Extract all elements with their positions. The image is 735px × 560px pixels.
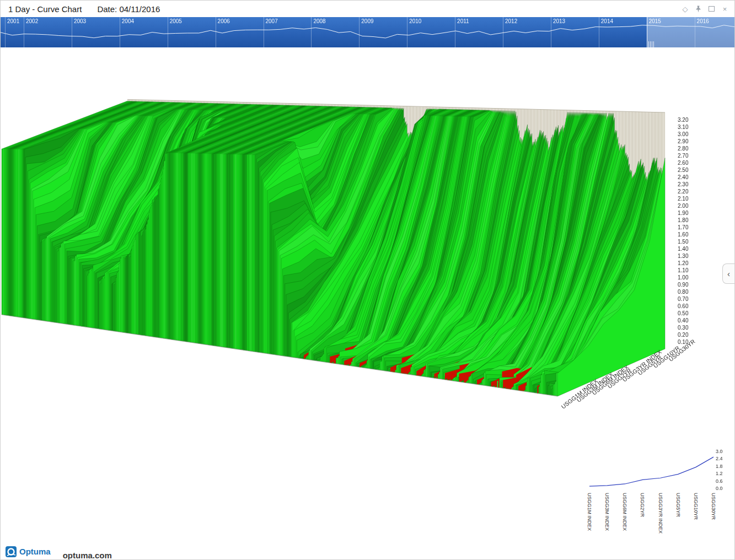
- chart-date-label: Date: 04/11/2016: [97, 4, 160, 14]
- window-title: 1 Day - Curve Chart: [8, 4, 82, 14]
- timeline-year-tick: [72, 17, 72, 47]
- z-axis-tick-label: 1.60: [678, 231, 688, 238]
- mini-y-tick-label: 0.6: [716, 478, 723, 484]
- z-axis-tick-label: 1.70: [678, 224, 688, 230]
- z-axis-tick-label: 1.90: [678, 210, 688, 216]
- z-axis-tick-label: 2.60: [678, 160, 688, 166]
- z-axis-tick-label: 1.80: [678, 217, 688, 223]
- z-axis-tick-label: 2.40: [678, 174, 688, 180]
- z-axis-tick-label: 2.00: [678, 203, 688, 209]
- timeline-year-label: 2011: [457, 18, 469, 24]
- timeline-year-label: 2005: [170, 18, 182, 24]
- timeline-year-label: 2013: [553, 18, 565, 24]
- mini-tenor-label: USGG1M INDEX: [587, 493, 592, 531]
- timeline-year-tick: [216, 17, 216, 47]
- optuma-branding: Optuma optuma.com: [5, 545, 112, 560]
- timeline-year-tick: [264, 17, 264, 47]
- timeline-year-label: 2015: [649, 18, 661, 24]
- diamond-icon[interactable]: ◇: [681, 5, 689, 13]
- mini-y-tick-label: 3.0: [716, 449, 723, 454]
- mini-tenor-label: USGG6M INDEX: [622, 493, 627, 531]
- timeline-year-label: 2001: [7, 18, 19, 24]
- z-axis-tick-label: 0.90: [678, 282, 688, 288]
- titlebar: 1 Day - Curve Chart Date: 04/11/2016 ◇×: [1, 1, 734, 17]
- z-axis-tick-label: 2.20: [678, 189, 688, 195]
- chevron-left-icon: ‹: [727, 269, 730, 278]
- z-axis-tick-label: 0.60: [678, 303, 688, 309]
- z-axis-tick-label: 0.70: [678, 296, 688, 302]
- timeline-year-label: 2002: [26, 18, 38, 24]
- window-controls: ◇×: [681, 1, 729, 17]
- mini-tenor-label: USGG5YR: [675, 493, 681, 517]
- z-axis-tick-label: 2.10: [678, 196, 688, 202]
- z-axis-tick-label: 1.40: [678, 246, 688, 252]
- z-axis-tick-label: 0.50: [678, 310, 688, 316]
- mini-tenor-label: USGG3M INDEX: [604, 493, 610, 531]
- timeline-year-tick: [168, 17, 168, 47]
- timeline-year-tick: [599, 17, 599, 47]
- timeline-year-tick: [120, 17, 120, 47]
- timeline-selection-handle[interactable]: [648, 41, 654, 47]
- timeline-year-tick: [24, 17, 24, 47]
- z-axis-tick-label: 1.30: [678, 253, 688, 259]
- timeline-year-label: 2003: [74, 18, 86, 24]
- optuma-logo-icon: [5, 545, 17, 558]
- timeline-year-label: 2014: [601, 18, 613, 24]
- mini-y-tick-label: 1.2: [716, 471, 723, 476]
- z-axis-tick-label: 0.30: [678, 325, 688, 331]
- z-axis-tick-label: 0.20: [678, 332, 688, 338]
- timeline-year-label: 2016: [697, 18, 709, 24]
- z-axis-tick-label: 2.30: [678, 181, 688, 187]
- z-axis-tick-label: 1.20: [678, 260, 688, 266]
- timeline-year-tick: [5, 17, 6, 47]
- optuma-logo-text: Optuma: [19, 547, 51, 556]
- mini-y-tick-label: 2.4: [716, 456, 723, 461]
- z-axis-tick-label: 1.50: [678, 239, 688, 245]
- z-axis-tick-label: 3.20: [678, 117, 688, 123]
- timeline-strip[interactable]: 2001200220032004200520062007200820092010…: [1, 17, 735, 47]
- timeline-year-label: 2009: [361, 18, 373, 24]
- panel-collapse-button[interactable]: ‹: [722, 263, 734, 284]
- mini-tenor-label: USGG3YR INDEX: [658, 493, 663, 534]
- optuma-url: optuma.com: [63, 551, 112, 560]
- curve-chart-window: 1 Day - Curve Chart Date: 04/11/2016 ◇× …: [0, 0, 735, 560]
- mini-tenor-label: USGG30YR: [711, 493, 716, 520]
- timeline-year-tick: [551, 17, 551, 47]
- timeline-year-tick: [359, 17, 360, 47]
- mini-tenor-label: USGG2YR: [640, 493, 645, 517]
- z-axis-tick-label: 2.70: [678, 153, 688, 159]
- timeline-year-label: 2007: [266, 18, 278, 24]
- timeline-year-tick: [311, 17, 312, 47]
- timeline-year-tick: [455, 17, 455, 47]
- timeline-year-tick: [503, 17, 503, 47]
- maximize-icon[interactable]: [707, 5, 716, 13]
- mini-y-tick-label: 0.0: [716, 486, 723, 491]
- mini-tenor-label: USGG10YR: [693, 493, 699, 520]
- z-axis-tick-label: 3.10: [678, 124, 688, 130]
- z-axis-tick-label: 2.80: [678, 146, 688, 152]
- z-axis-tick-label: 0.80: [678, 289, 688, 295]
- close-icon[interactable]: ×: [721, 5, 729, 13]
- mini-curve-canvas: [582, 446, 720, 490]
- timeline-year-label: 2008: [313, 18, 325, 24]
- z-axis-tick-label: 2.90: [678, 138, 688, 144]
- z-axis-tick-label: 1.00: [678, 274, 688, 281]
- timeline-year-tick: [407, 17, 407, 47]
- timeline-year-label: 2012: [505, 18, 517, 24]
- pin-icon[interactable]: [694, 5, 702, 13]
- z-axis-tick-label: 1.10: [678, 267, 688, 273]
- z-axis-tick-label: 2.50: [678, 167, 688, 173]
- z-axis-tick-label: 3.00: [678, 131, 688, 137]
- z-axis-tick-label: 0.40: [678, 317, 688, 324]
- timeline-year-label: 2010: [409, 18, 421, 24]
- timeline-year-label: 2004: [122, 18, 134, 24]
- mini-y-tick-label: 1.8: [716, 464, 723, 469]
- timeline-year-label: 2006: [218, 18, 230, 24]
